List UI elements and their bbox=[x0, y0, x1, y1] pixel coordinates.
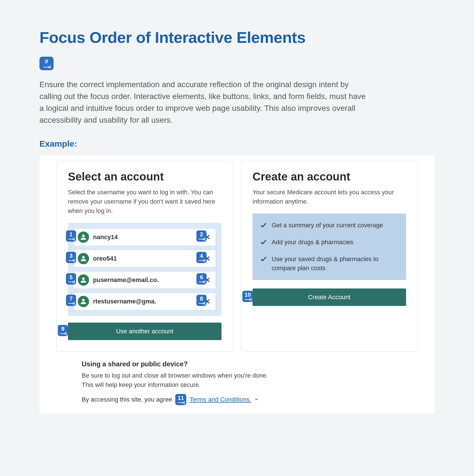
check-icon bbox=[260, 221, 267, 229]
tab-arrow-icon bbox=[68, 281, 74, 283]
benefit-item: Get a summary of your current coverage bbox=[260, 221, 398, 230]
check-icon bbox=[260, 238, 267, 246]
tab-arrow-icon bbox=[68, 303, 74, 304]
focus-order-badge: 4 bbox=[196, 252, 207, 263]
user-avatar-icon bbox=[78, 253, 89, 264]
focus-order-badge: 5 bbox=[66, 273, 76, 285]
account-row[interactable]: 1 nancy14 2 ✕ bbox=[74, 228, 216, 246]
focus-number: 11 bbox=[178, 395, 184, 401]
user-avatar-icon bbox=[78, 296, 89, 307]
chevron-down-icon[interactable] bbox=[254, 396, 259, 403]
focus-order-badge: 2 bbox=[196, 230, 207, 242]
tab-arrow-icon bbox=[245, 299, 251, 300]
tab-arrow-icon bbox=[178, 402, 184, 404]
account-name: rtestusername@gma. bbox=[93, 298, 201, 305]
user-avatar-icon bbox=[78, 232, 89, 243]
account-name: oreo541 bbox=[93, 255, 201, 262]
focus-number: 6 bbox=[200, 274, 203, 280]
check-icon bbox=[260, 255, 267, 263]
page-title: Focus Order of Interactive Elements bbox=[39, 28, 435, 47]
account-row[interactable]: 7 rtestusername@gma. 8 ✕ bbox=[74, 293, 216, 310]
focus-number: 8 bbox=[200, 296, 203, 301]
footer-text: Using a shared or public device? Be sure… bbox=[39, 352, 321, 405]
tab-arrow-icon bbox=[199, 238, 204, 240]
tab-arrow-icon bbox=[199, 303, 204, 304]
tab-arrow-icon bbox=[68, 260, 74, 261]
create-account-title: Create an account bbox=[252, 170, 406, 183]
focus-order-badge: 6 bbox=[196, 273, 207, 285]
shared-device-text: Be sure to log out and close all browser… bbox=[82, 371, 279, 389]
account-name: nancy14 bbox=[93, 233, 201, 241]
accounts-list: 1 nancy14 2 ✕ bbox=[68, 223, 222, 316]
create-account-subtitle: Your secure Medicare account lets you ac… bbox=[252, 188, 406, 206]
example-canvas: Select an account Select the username yo… bbox=[39, 155, 435, 414]
benefit-item: Add your drugs & pharmacies bbox=[260, 238, 398, 247]
focus-number: 3 bbox=[69, 253, 72, 259]
focus-order-badge: 9 bbox=[58, 325, 68, 336]
focus-number: 4 bbox=[200, 253, 203, 259]
shared-device-heading: Using a shared or public device? bbox=[82, 360, 279, 368]
focus-badge-hash-row: # bbox=[39, 57, 435, 70]
select-account-subtitle: Select the username you want to log in w… bbox=[68, 188, 222, 215]
focus-order-badge: 3 bbox=[66, 252, 76, 263]
account-name: pusername@email.co. bbox=[93, 276, 201, 284]
benefit-text: Get a summary of your current coverage bbox=[272, 221, 383, 230]
benefit-text: Use your saved drugs & pharmacies to com… bbox=[272, 255, 398, 273]
select-account-card: Select an account Select the username yo… bbox=[56, 161, 233, 352]
focus-order-badge: 10 bbox=[242, 291, 253, 302]
benefit-text: Add your drugs & pharmacies bbox=[272, 238, 353, 247]
account-row[interactable]: 5 pusername@email.co. 6 ✕ bbox=[74, 271, 216, 289]
tab-arrow-icon bbox=[199, 260, 204, 261]
focus-order-icon: # bbox=[39, 57, 54, 70]
user-avatar-icon bbox=[78, 274, 89, 286]
tab-arrow-icon bbox=[68, 238, 74, 240]
create-account-card: Create an account Your secure Medicare a… bbox=[241, 161, 418, 352]
focus-number: 1 bbox=[69, 232, 72, 237]
tab-arrow-icon bbox=[43, 66, 50, 68]
intro-text: Ensure the correct implementation and ac… bbox=[39, 79, 372, 126]
agree-prefix: By accessing this site, you agree bbox=[82, 396, 172, 403]
terms-line: By accessing this site, you agree 11 Ter… bbox=[82, 394, 279, 405]
focus-order-badge: 7 bbox=[66, 295, 76, 306]
focus-order-hash: # bbox=[45, 58, 48, 65]
benefits-list: Get a summary of your current coverage A… bbox=[252, 213, 406, 280]
create-account-button[interactable]: Create Account bbox=[252, 288, 406, 306]
benefit-item: Use your saved drugs & pharmacies to com… bbox=[260, 255, 398, 273]
use-another-account-button[interactable]: Use another account bbox=[68, 323, 222, 340]
focus-order-badge: 11 bbox=[175, 394, 186, 405]
focus-number: 2 bbox=[200, 232, 203, 237]
terms-and-conditions-link[interactable]: Terms and Conditions. bbox=[190, 396, 251, 403]
select-account-title: Select an account bbox=[68, 170, 222, 183]
focus-number: 9 bbox=[61, 326, 64, 332]
focus-number: 5 bbox=[69, 274, 72, 280]
account-row[interactable]: 3 oreo541 4 ✕ bbox=[74, 250, 216, 267]
tab-arrow-icon bbox=[199, 281, 204, 283]
tab-arrow-icon bbox=[60, 333, 66, 334]
focus-order-badge: 8 bbox=[196, 295, 207, 306]
focus-number: 10 bbox=[245, 292, 251, 298]
example-heading: Example: bbox=[39, 139, 435, 149]
focus-number: 7 bbox=[69, 296, 72, 301]
focus-order-badge: 1 bbox=[66, 230, 76, 242]
